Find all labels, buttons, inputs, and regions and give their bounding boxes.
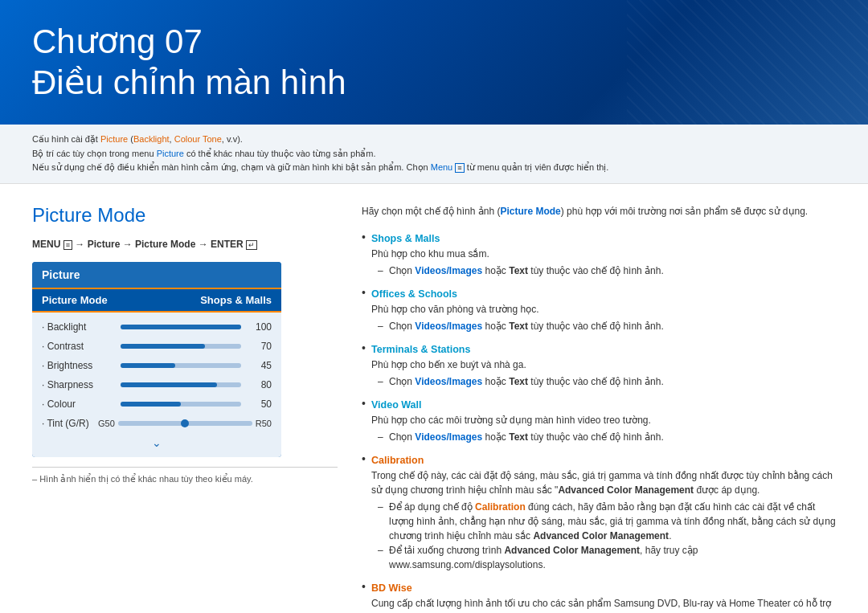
sub-bullet-item: Chọn Videos/Images hoặc Text tùy thuộc v… bbox=[378, 319, 836, 333]
list-item: Shops & MallsPhù hợp cho khu mua sắm.Chọ… bbox=[362, 231, 836, 278]
picture-panel: Picture Picture Mode Shops & Malls · Bac… bbox=[32, 262, 281, 457]
picture-item-bar-fill bbox=[121, 325, 241, 329]
tint-label: · Tint (G/R) bbox=[42, 418, 98, 429]
list-item: Video WallPhù hợp cho các môi trường sử … bbox=[362, 397, 836, 444]
section-list: Shops & MallsPhù hợp cho khu mua sắm.Chọ… bbox=[362, 231, 836, 613]
tint-r-label: R50 bbox=[256, 419, 272, 428]
item-title: Video Wall bbox=[371, 399, 422, 411]
item-title: Terminals & Stations bbox=[371, 344, 470, 355]
picture-item: · Backlight 100 bbox=[32, 317, 281, 337]
picture-item-bar-fill bbox=[121, 344, 205, 349]
item-desc: Phù hợp cho khu mua sắm. bbox=[371, 247, 836, 261]
sub-bullet-item: Chọn Videos/Images hoặc Text tùy thuộc v… bbox=[378, 264, 836, 278]
picture-item: · Colour 50 bbox=[32, 394, 281, 414]
picture-item-bar-container bbox=[121, 325, 241, 329]
picture-item-bar-bg bbox=[121, 402, 241, 407]
right-column: Hãy chọn một chế độ hình ảnh (Picture Mo… bbox=[362, 204, 836, 613]
tint-row: · Tint (G/R) G50 R50 bbox=[32, 414, 281, 433]
picture-item-value: 45 bbox=[248, 360, 272, 371]
picture-item: · Sharpness 80 bbox=[32, 375, 281, 394]
intro-text: Hãy chọn một chế độ hình ảnh (Picture Mo… bbox=[362, 204, 836, 219]
item-title: Shops & Malls bbox=[371, 233, 440, 244]
picture-item-value: 50 bbox=[248, 398, 272, 410]
picture-item-label: · Contrast bbox=[42, 341, 114, 352]
picture-mode-label: Picture Mode bbox=[42, 294, 108, 306]
picture-item-bar-container bbox=[121, 402, 241, 407]
list-item: Calibration Trong chế độ này, các cài đặ… bbox=[362, 452, 836, 572]
sub-bullet-list: Để áp dụng chế độ Calibration đúng cách,… bbox=[371, 500, 836, 572]
item-title: BD Wise bbox=[371, 582, 412, 594]
picture-items: · Backlight 100 · Contrast 70 · Brightne… bbox=[32, 313, 281, 457]
picture-item-label: · Brightness bbox=[42, 360, 114, 371]
picture-item-value: 100 bbox=[248, 321, 272, 333]
image-note-text: – Hình ảnh hiển thị có thể khác nhau tùy… bbox=[32, 474, 338, 484]
picture-item-bar-container bbox=[121, 363, 241, 368]
sub-bullet-item: Để tải xuống chương trình Advanced Color… bbox=[378, 543, 836, 572]
sub-bullet-item: Để áp dụng chế độ Calibration đúng cách,… bbox=[378, 500, 836, 543]
list-item: Offices & SchoolsPhù hợp cho văn phòng v… bbox=[362, 286, 836, 333]
picture-item-bar-fill bbox=[121, 363, 175, 368]
picture-item-bar-bg bbox=[121, 382, 241, 387]
chevron-down-icon: ⌄ bbox=[32, 433, 281, 452]
picture-item-bar-fill bbox=[121, 402, 181, 407]
picture-item-label: · Colour bbox=[42, 398, 114, 410]
left-column: Picture Mode MENU ≡ → Picture → Picture … bbox=[32, 204, 338, 613]
picture-item-label: · Sharpness bbox=[42, 379, 114, 390]
item-desc: Trong chế độ này, các cài đặt độ sáng, m… bbox=[371, 468, 836, 497]
picture-mode-value: Shops & Malls bbox=[200, 294, 272, 306]
section-title: Picture Mode bbox=[32, 204, 338, 227]
picture-item-value: 80 bbox=[248, 379, 272, 390]
sub-header-line1: Cấu hình cài đặt Picture (Backlight, Col… bbox=[32, 133, 836, 147]
picture-item-bar-bg bbox=[121, 344, 241, 349]
header-banner: Chương 07 Điều chỉnh màn hình bbox=[0, 0, 868, 125]
picture-item: · Brightness 45 bbox=[32, 356, 281, 375]
item-desc: Phù hợp cho bến xe buýt và nhà ga. bbox=[371, 358, 836, 372]
tint-bar bbox=[118, 421, 252, 426]
picture-item-bar-bg bbox=[121, 363, 241, 368]
picture-item-label: · Backlight bbox=[42, 321, 114, 333]
sub-header: Cấu hình cài đặt Picture (Backlight, Col… bbox=[0, 125, 868, 184]
picture-panel-header: Picture bbox=[32, 262, 281, 288]
picture-item: · Contrast 70 bbox=[32, 337, 281, 356]
sub-header-line3: Nếu sử dụng chế độ điều khiển màn hình c… bbox=[32, 161, 836, 175]
item-desc: Phù hợp cho các môi trường sử dụng màn h… bbox=[371, 413, 836, 427]
sub-bullet-list: Chọn Videos/Images hoặc Text tùy thuộc v… bbox=[371, 374, 836, 389]
item-desc: Cung cấp chất lượng hình ảnh tối ưu cho … bbox=[371, 596, 836, 613]
sub-bullet-list: Chọn Videos/Images hoặc Text tùy thuộc v… bbox=[371, 319, 836, 333]
sub-bullet-list: Chọn Videos/Images hoặc Text tùy thuộc v… bbox=[371, 264, 836, 278]
item-title: Offices & Schools bbox=[371, 288, 457, 300]
item-title: Calibration bbox=[371, 455, 424, 466]
list-item: Terminals & StationsPhù hợp cho bến xe b… bbox=[362, 341, 836, 389]
picture-item-value: 70 bbox=[248, 341, 272, 352]
chapter-title: Chương 07 Điều chỉnh màn hình bbox=[32, 22, 346, 103]
tint-indicator bbox=[181, 419, 189, 427]
picture-mode-row: Picture Mode Shops & Malls bbox=[32, 288, 281, 313]
sub-bullet-list: Chọn Videos/Images hoặc Text tùy thuộc v… bbox=[371, 430, 836, 444]
image-note: – Hình ảnh hiển thị có thể khác nhau tùy… bbox=[32, 467, 338, 484]
list-item: BD Wise Cung cấp chất lượng hình ảnh tối… bbox=[362, 580, 836, 613]
item-desc: Phù hợp cho văn phòng và trường học. bbox=[371, 302, 836, 317]
tint-bar-area: G50 R50 bbox=[98, 419, 272, 428]
picture-item-bar-bg bbox=[121, 325, 241, 329]
tint-g-label: G50 bbox=[98, 419, 115, 428]
main-content: Picture Mode MENU ≡ → Picture → Picture … bbox=[0, 184, 868, 613]
menu-path: MENU ≡ → Picture → Picture Mode → ENTER … bbox=[32, 239, 338, 250]
sub-bullet-item: Chọn Videos/Images hoặc Text tùy thuộc v… bbox=[378, 430, 836, 444]
sub-header-line2: Bộ trí các tùy chọn trong menu Picture c… bbox=[32, 147, 836, 161]
picture-item-bar-fill bbox=[121, 382, 217, 387]
picture-item-bar-container bbox=[121, 344, 241, 349]
picture-item-bar-container bbox=[121, 382, 241, 387]
sub-bullet-item: Chọn Videos/Images hoặc Text tùy thuộc v… bbox=[378, 374, 836, 389]
